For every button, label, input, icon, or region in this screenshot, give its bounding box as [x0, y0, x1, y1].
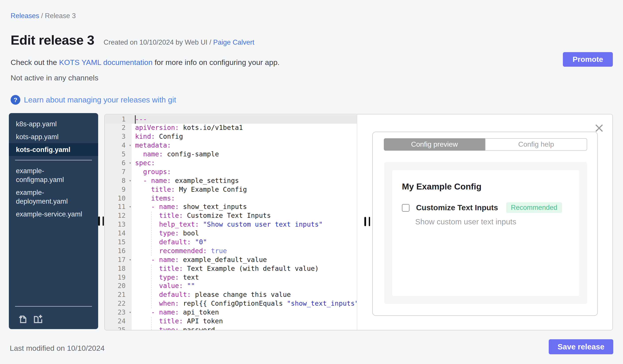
tab-config-preview[interactable]: Config preview	[384, 138, 485, 151]
new-file-icon[interactable]	[18, 314, 28, 324]
line-number: 12	[105, 212, 132, 221]
created-meta: Created on 10/10/2024 by Web UI / Paige …	[104, 39, 254, 46]
fold-caret-icon[interactable]: ▾	[129, 308, 131, 317]
line-number: 19	[105, 273, 132, 282]
close-icon[interactable]	[595, 124, 603, 133]
breadcrumb-current: Release 3	[45, 12, 76, 20]
config-item-help: Show custom user text inputs	[415, 217, 570, 227]
code-line: type: password	[135, 326, 357, 330]
indent-guide	[151, 265, 152, 309]
line-number: 10	[105, 194, 132, 203]
code-line: groups:	[135, 168, 357, 177]
fold-caret-icon[interactable]: ▾	[129, 203, 131, 212]
breadcrumb: Releases / Release 3	[11, 12, 76, 20]
file-item-example-deployment.yaml[interactable]: example-deployment.yaml	[9, 186, 98, 208]
git-docs-link[interactable]: Learn about managing your releases with …	[24, 95, 176, 104]
line-number: 24	[105, 317, 132, 326]
save-release-button[interactable]: Save release	[549, 339, 613, 354]
line-number: 6▾	[105, 159, 132, 168]
fold-caret-icon[interactable]: ▾	[129, 141, 131, 150]
code-line: default: "0"	[135, 238, 357, 247]
config-group-title: My Example Config	[402, 182, 570, 192]
line-number: 14	[105, 229, 132, 238]
line-number: 15	[105, 238, 132, 247]
config-preview-card: My Example Config Customize Text Inputs …	[392, 170, 579, 296]
created-prefix: Created on 10/10/2024 by Web UI /	[104, 39, 213, 46]
code-line: when: repl{{ ConfigOptionEquals "show_te…	[135, 300, 357, 308]
line-number: 23▾	[105, 308, 132, 317]
code-line: type: text	[135, 273, 357, 282]
config-item-label: Customize Text Inputs	[416, 203, 498, 212]
indent-guide	[151, 317, 152, 330]
line-number: 2	[105, 124, 132, 133]
editor-gutter: 1234▾56▾78▾91011▾121314151617▾1819202122…	[105, 115, 132, 330]
file-item-k8s-app.yaml[interactable]: k8s-app.yaml	[9, 118, 98, 130]
code-line: type: bool	[135, 229, 357, 238]
code-line: metadata:	[135, 141, 357, 150]
editor-resize-handle[interactable]	[364, 217, 370, 226]
line-number: 11▾	[105, 203, 132, 212]
line-number: 8▾	[105, 177, 132, 185]
code-line: - name: api_token	[135, 308, 357, 317]
line-number: 1	[105, 115, 132, 124]
file-item-example-service.yaml[interactable]: example-service.yaml	[9, 208, 98, 221]
config-tabs: Config previewConfig help	[384, 138, 587, 151]
promote-button[interactable]: Promote	[563, 52, 613, 67]
file-list: k8s-app.yamlkots-app.yamlkots-config.yam…	[9, 113, 98, 221]
code-line: kind: Config	[135, 133, 357, 142]
created-by-link[interactable]: Paige Calvert	[213, 39, 254, 46]
code-line: spec:	[135, 159, 357, 168]
line-number: 4▾	[105, 141, 132, 150]
line-number: 25	[105, 326, 132, 330]
code-line: apiVersion: kots.io/v1beta1	[135, 124, 357, 133]
fold-caret-icon[interactable]: ▾	[129, 256, 131, 265]
line-number: 18	[105, 264, 132, 273]
line-number: 16	[105, 247, 132, 256]
code-line: default: please change this value	[135, 291, 357, 300]
config-item-checkbox[interactable]	[402, 204, 409, 211]
code-line: - name: example_default_value	[135, 256, 357, 265]
code-line: help_text: "Show custom user text inputs…	[135, 221, 357, 229]
config-preview-panel: Config previewConfig help My Example Con…	[372, 132, 598, 316]
docs-link[interactable]: KOTS YAML documentation	[59, 58, 153, 67]
file-sidebar: k8s-app.yamlkots-app.yamlkots-config.yam…	[9, 113, 98, 329]
code-line: title: API token	[135, 317, 357, 326]
help-icon[interactable]: ?	[11, 95, 20, 105]
line-number: 3	[105, 133, 132, 142]
git-help-line: ? Learn about managing your releases wit…	[11, 95, 176, 105]
fold-caret-icon[interactable]: ▾	[129, 177, 131, 185]
fold-caret-icon[interactable]: ▾	[129, 159, 131, 168]
file-item-kots-app.yaml[interactable]: kots-app.yaml	[9, 130, 98, 143]
file-item-example-configmap.yaml[interactable]: example-configmap.yaml	[9, 164, 98, 186]
code-line: title: Customize Text Inputs	[135, 212, 357, 221]
line-number: 5	[105, 150, 132, 159]
line-number: 7	[105, 168, 132, 177]
code-line: title: Text Example (with default value)	[135, 264, 357, 273]
text-cursor	[135, 115, 135, 123]
docs-line: Check out the KOTS YAML documentation fo…	[11, 58, 280, 67]
new-folder-icon[interactable]	[33, 314, 44, 324]
config-item-row: Customize Text Inputs Recommended	[402, 202, 570, 213]
title-row: Edit release 3 Created on 10/10/2024 by …	[11, 33, 254, 48]
code-line: items:	[135, 194, 357, 203]
file-item-kots-config.yaml[interactable]: kots-config.yaml	[9, 143, 98, 156]
yaml-code-editor[interactable]: 1234▾56▾78▾91011▾121314151617▾1819202122…	[105, 114, 357, 330]
code-line: name: config-sample	[135, 150, 357, 159]
code-line: recommended: true	[135, 247, 357, 256]
breadcrumb-separator: /	[39, 12, 45, 20]
tab-config-help[interactable]: Config help	[485, 138, 587, 151]
line-number: 17▾	[105, 256, 132, 265]
code-line: - name: show_text_inputs	[135, 203, 357, 212]
config-preview-area: My Example Config Customize Text Inputs …	[384, 162, 587, 304]
line-number: 21	[105, 291, 132, 300]
docs-post: for more info on configuring your app.	[153, 58, 280, 67]
sidebar-bottom	[9, 302, 98, 326]
page-title: Edit release 3	[11, 33, 94, 48]
release-editor-card: 1234▾56▾78▾91011▾121314151617▾1819202122…	[104, 114, 613, 330]
code-line: - name: example_settings	[135, 177, 357, 185]
breadcrumb-releases-link[interactable]: Releases	[11, 12, 39, 20]
sidebar-resize-handle[interactable]	[98, 217, 104, 226]
recommended-badge: Recommended	[507, 202, 562, 213]
docs-pre: Check out the	[11, 58, 59, 67]
editor-code[interactable]: ---apiVersion: kots.io/v1beta1kind: Conf…	[135, 115, 357, 330]
